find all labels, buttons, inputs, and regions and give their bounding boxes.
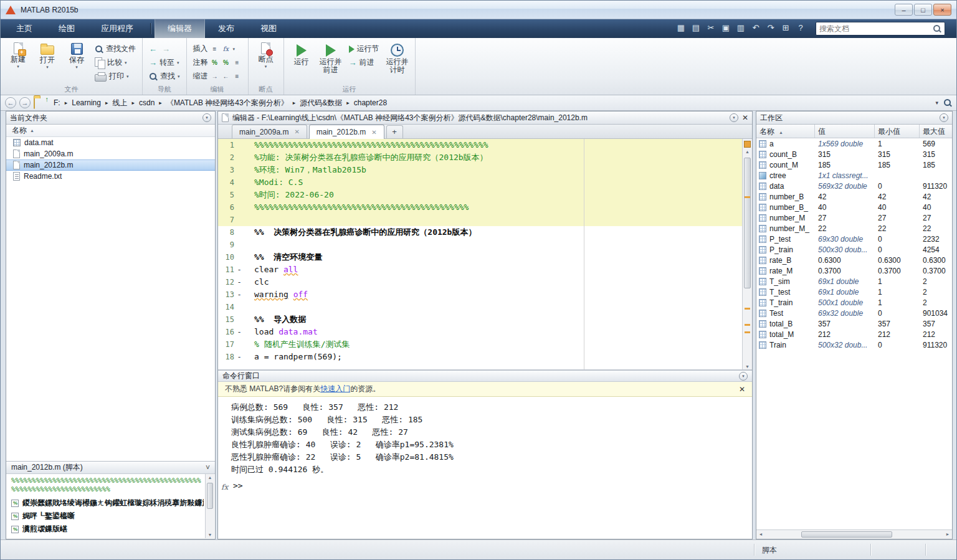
workspace-row[interactable]: rate_B0.63000.63000.6300: [756, 255, 952, 265]
doc-search-input[interactable]: [819, 24, 933, 33]
command-prompt[interactable]: >>: [233, 481, 243, 490]
analyzer-warning-tick[interactable]: [745, 308, 750, 310]
workspace-row[interactable]: T_test69x1 double12: [756, 287, 952, 297]
undo-icon[interactable]: ↶: [751, 22, 761, 34]
code-line[interactable]: 12-clc: [218, 276, 742, 288]
scrollbar-thumb[interactable]: [207, 483, 213, 509]
insert-function-icon[interactable]: fx: [222, 45, 231, 54]
code-line[interactable]: 3%环境: Win7，Matlab2015b: [218, 164, 742, 176]
close-button[interactable]: ×: [933, 4, 951, 16]
search-icon[interactable]: [933, 24, 941, 33]
workspace-row[interactable]: count_M185185185: [756, 159, 952, 170]
new-button[interactable]: 新建 ▾: [5, 40, 31, 69]
code-line[interactable]: 11-clear all: [218, 263, 742, 276]
workspace-row[interactable]: P_test69x30 double02232: [756, 234, 952, 244]
run-and-time-button[interactable]: 运行并计时: [384, 40, 411, 74]
search-icon[interactable]: [943, 98, 952, 107]
analyzer-warning-tick[interactable]: [745, 331, 750, 333]
workspace-row[interactable]: rate_M0.37000.37000.3700: [756, 265, 952, 276]
uncomment-icon[interactable]: %: [222, 59, 231, 67]
workspace-row[interactable]: a1x569 double1569: [756, 138, 952, 149]
code-line[interactable]: 13-warning off: [218, 288, 742, 301]
workspace-row[interactable]: ctree1x1 classregt...: [756, 170, 952, 181]
workspace-h-scrollbar[interactable]: ◄ ►: [756, 529, 952, 539]
find-button[interactable]: 查找 ▾: [147, 70, 182, 82]
close-notice-icon[interactable]: ✕: [739, 385, 745, 394]
file-row[interactable]: main_2012b.m: [6, 159, 215, 171]
advance-button[interactable]: → 前进: [347, 57, 381, 69]
workspace-row[interactable]: count_B315315315: [756, 149, 952, 159]
scroll-up-icon[interactable]: ▲: [743, 149, 752, 154]
workspace-column-header[interactable]: 最小值: [875, 125, 920, 138]
details-section-item[interactable]: 鍐崇瓥鏍戝垎绫诲櫒鍦ㄤ钩鑵虹檶璇婃柇涓殑搴旂敤鐮旂...: [11, 496, 204, 510]
run-section-button[interactable]: 运行节: [347, 43, 381, 55]
workspace-row[interactable]: T_sim69x1 double12: [756, 276, 952, 287]
run-and-advance-button[interactable]: 运行并前进: [318, 40, 344, 74]
ribbon-tab-2[interactable]: 绘图: [45, 19, 88, 38]
forward-button[interactable]: →: [19, 97, 31, 108]
panel-menu-icon[interactable]: ▼: [730, 113, 738, 122]
find-files-button[interactable]: 查找文件: [93, 43, 138, 55]
workspace-row[interactable]: T_train500x1 double12: [756, 297, 952, 308]
ribbon-tab-3[interactable]: 应用程序: [88, 19, 146, 38]
panel-menu-icon[interactable]: ▼: [940, 113, 948, 122]
scrollbar-thumb[interactable]: [744, 158, 751, 288]
workspace-row[interactable]: Train500x32 doub...0911320: [756, 339, 952, 350]
panel-menu-icon[interactable]: ▼: [739, 372, 748, 381]
breadcrumb-segment[interactable]: chapter28: [354, 98, 387, 107]
indent-right-icon[interactable]: ≡: [233, 72, 242, 81]
chevron-down-icon[interactable]: ▾: [935, 100, 938, 106]
code-line[interactable]: 18-a = randperm(569);: [218, 351, 742, 363]
code-line[interactable]: 5%时间: 2022-06-20: [218, 189, 742, 201]
quick-start-link[interactable]: 快速入门: [320, 384, 350, 394]
new-tab-button[interactable]: +: [386, 125, 403, 138]
code-line[interactable]: 16-load data.mat: [218, 326, 742, 338]
wrap-comment-icon[interactable]: ≡: [233, 59, 242, 67]
insert-button[interactable]: 插入 ≡ fx ▾: [191, 43, 244, 55]
scroll-left-icon[interactable]: ◄: [756, 530, 765, 539]
editor-tab[interactable]: main_2012b.m✕: [309, 125, 384, 139]
scroll-down-icon[interactable]: ▼: [206, 533, 214, 537]
file-row[interactable]: Readme.txt: [6, 171, 215, 182]
workspace-row[interactable]: data569x32 double0911320: [756, 181, 952, 191]
panel-menu-icon[interactable]: ▼: [202, 113, 211, 122]
collapse-chevron-icon[interactable]: ˅: [206, 463, 210, 472]
breadcrumb-segment[interactable]: 源代码&数据: [300, 98, 342, 108]
breakpoints-button[interactable]: 断点 ▾: [253, 40, 279, 69]
code-line[interactable]: 17% 随机产生训练集/测试集: [218, 338, 742, 351]
ribbon-tab-6[interactable]: 视图: [247, 19, 290, 38]
code-line[interactable]: 8%% 决策树分类器在乳腺癌诊断中的应用研究（2012b版本）: [218, 226, 742, 239]
file-row[interactable]: main_2009a.m: [6, 148, 215, 159]
code-line[interactable]: 7: [218, 214, 742, 226]
comment-icon[interactable]: %: [211, 59, 219, 67]
code-line[interactable]: 9: [218, 239, 742, 251]
up-folder-icon[interactable]: [34, 98, 47, 108]
editor-tab[interactable]: main_2009a.m✕: [232, 125, 307, 138]
code-line[interactable]: 4%Modi: C.S: [218, 176, 742, 189]
close-tab-icon[interactable]: ✕: [371, 129, 376, 136]
workspace-column-header[interactable]: 最大值: [920, 125, 952, 138]
breadcrumb-segment[interactable]: F:: [54, 98, 60, 107]
workspace-row[interactable]: Test69x32 double0901034: [756, 308, 952, 318]
code-line[interactable]: 6%%%%%%%%%%%%%%%%%%%%%%%%%%%%%%%%%%%%%%%…: [218, 201, 742, 214]
scroll-up-icon[interactable]: ▲: [206, 475, 214, 480]
breadcrumb-segment[interactable]: Learning: [72, 98, 101, 107]
workspace-row[interactable]: number_B_404040: [756, 202, 952, 212]
code-line[interactable]: 1%%%%%%%%%%%%%%%%%%%%%%%%%%%%%%%%%%%%%%%…: [218, 139, 742, 151]
cut-icon[interactable]: ✂: [706, 22, 716, 34]
workspace-column-header[interactable]: 名称 ▲: [756, 125, 815, 138]
details-section-item[interactable]: 瀵煎叆鏁版嵁: [11, 523, 204, 536]
code-line[interactable]: 2%功能: 决策树分类器在乳腺癌诊断中的应用研究（2012b版本）: [218, 151, 742, 164]
workspace-column-header[interactable]: 值: [815, 125, 875, 138]
run-button[interactable]: 运行: [288, 40, 315, 66]
back-arrow-icon[interactable]: ←: [149, 44, 157, 54]
code-line[interactable]: 10%% 清空环境变量: [218, 251, 742, 263]
code-line[interactable]: 14: [218, 301, 742, 313]
goto-button[interactable]: → 转至 ▾: [147, 57, 182, 69]
open-button[interactable]: 打开 ▾: [34, 40, 60, 69]
workspace-row[interactable]: total_B357357357: [756, 318, 952, 329]
help-icon[interactable]: ?: [796, 22, 806, 34]
paste-icon[interactable]: ▥: [736, 22, 746, 34]
analyzer-warning-tick[interactable]: [745, 196, 750, 198]
scrollbar-thumb[interactable]: [801, 531, 892, 538]
